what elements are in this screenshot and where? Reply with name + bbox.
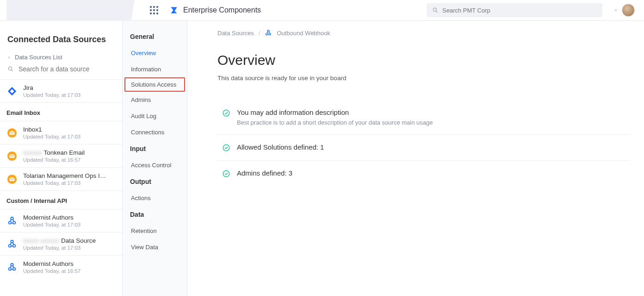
check-title: You may add information description xyxy=(237,108,433,116)
chevron-left-icon xyxy=(7,55,11,60)
avatar[interactable] xyxy=(622,4,635,17)
svg-point-2 xyxy=(8,67,12,70)
svg-point-11 xyxy=(13,221,16,224)
list-item[interactable]: Jira Updated Today, at 17:03 xyxy=(0,79,122,102)
nav-group-title: Data xyxy=(123,211,187,223)
check-circle-icon xyxy=(222,144,230,152)
list-item-name: Modernist Authors xyxy=(23,214,80,221)
nav-solutions-access[interactable]: Solutions Access xyxy=(124,77,185,92)
nav-group-title: Input xyxy=(123,145,187,157)
list-item[interactable]: Tolarian Management Ops I… Updated Today… xyxy=(0,167,122,190)
webhook-icon xyxy=(6,215,18,227)
nav-access-control[interactable]: Access Control xyxy=(123,157,187,173)
check-title: Admins defined: 3 xyxy=(237,169,292,177)
webhook-icon xyxy=(265,29,272,37)
top-bar: Enterprise Components xyxy=(0,0,644,21)
left-section-label: Custom / Internal API xyxy=(0,190,122,209)
list-item-sub: Updated Today, at 17:03 xyxy=(23,134,80,139)
check-sub: Best practice is to add a short descript… xyxy=(237,119,433,126)
email-icon xyxy=(6,127,18,139)
layout: Connected Data Sources Data Sources List… xyxy=(0,21,644,296)
list-item[interactable]: Modernist Authors Updated Today, at 17:0… xyxy=(0,209,122,232)
nav-retention[interactable]: Retention xyxy=(123,223,187,239)
global-search-input[interactable] xyxy=(442,7,597,14)
list-item-sub: Updated Today, at 16:57 xyxy=(23,157,85,163)
check-row: Admins defined: 3 xyxy=(217,161,630,186)
scrollbar[interactable] xyxy=(122,113,123,252)
svg-point-22 xyxy=(223,110,229,116)
email-icon xyxy=(6,174,18,185)
list-item-name: Modernist Authors xyxy=(23,260,80,267)
list-item[interactable]: Modernist Authors Updated Today, at 16:5… xyxy=(0,255,122,278)
check-circle-icon xyxy=(222,109,230,117)
breadcrumb-sep: / xyxy=(259,30,260,37)
nav-overview[interactable]: Overview xyxy=(123,45,187,61)
breadcrumb-root[interactable]: Data Sources xyxy=(217,30,254,37)
search-icon xyxy=(7,66,14,72)
list-item-name: Jira xyxy=(23,84,80,91)
svg-line-3 xyxy=(12,70,13,71)
page-subtitle: This data source is ready for use in you… xyxy=(217,75,630,82)
svg-point-20 xyxy=(269,33,271,35)
app-title: Enterprise Components xyxy=(183,6,261,14)
back-link[interactable]: Data Sources List xyxy=(0,54,122,65)
webhook-icon xyxy=(6,239,18,250)
check-row: You may add information description Best… xyxy=(217,100,630,135)
svg-point-23 xyxy=(223,145,229,151)
list-item-sub: Updated Today, at 17:03 xyxy=(23,92,80,98)
settings-nav: General Overview Information Solutions A… xyxy=(123,21,187,296)
back-link-label: Data Sources List xyxy=(15,54,62,61)
list-item-sub: Updated Today, at 17:03 xyxy=(23,222,80,227)
svg-line-1 xyxy=(436,11,438,13)
nav-connections[interactable]: Connections xyxy=(123,124,187,140)
top-right xyxy=(613,4,635,17)
list-item-sub: Updated Today, at 17:03 xyxy=(23,180,106,186)
list-item-sub: Updated Today, at 16:57 xyxy=(23,268,80,274)
left-search-input[interactable] xyxy=(19,65,115,73)
nav-information[interactable]: Information xyxy=(123,61,187,77)
svg-point-0 xyxy=(433,8,436,11)
check-circle-icon xyxy=(222,170,230,178)
nav-admins[interactable]: Admins xyxy=(123,92,187,108)
list-item-name: Tolarian Management Ops I… xyxy=(23,172,106,179)
list-item-name: Inbox1 xyxy=(23,126,80,133)
checks-list: You may add information description Best… xyxy=(217,100,630,186)
svg-point-19 xyxy=(266,33,268,35)
apps-grid-icon[interactable] xyxy=(150,6,158,14)
nav-view-data[interactable]: View Data xyxy=(123,239,187,255)
webhook-icon xyxy=(6,262,18,273)
nav-audit-log[interactable]: Audit Log xyxy=(123,108,187,124)
topbar-bg xyxy=(6,0,150,21)
breadcrumb-leaf: Outbound Webhook xyxy=(277,30,330,37)
nav-actions[interactable]: Actions xyxy=(123,190,187,206)
svg-point-24 xyxy=(223,170,229,177)
svg-point-10 xyxy=(9,221,12,224)
list-item-name: xxxxxx Tonkean Email xyxy=(23,149,85,156)
brand-logo-icon xyxy=(169,6,179,15)
main: Data Sources / Outbound Webhook Overview… xyxy=(187,21,644,296)
list-item[interactable]: xxxxxx Tonkean Email Updated Today, at 1… xyxy=(0,144,122,167)
jira-icon xyxy=(6,86,18,97)
check-row: Allowed Solutions defined: 1 xyxy=(217,135,630,161)
page-title: Overview xyxy=(217,52,630,68)
chevron-down-icon[interactable] xyxy=(613,8,618,13)
left-title: Connected Data Sources xyxy=(0,21,122,54)
search-icon xyxy=(432,7,439,13)
list-item[interactable]: xxxxx xxxxxx Data Source Updated Today, … xyxy=(0,232,122,255)
list-item-sub: Updated Today, at 17:03 xyxy=(23,245,96,251)
email-icon xyxy=(6,151,18,162)
list-item[interactable]: Inbox1 Updated Today, at 17:03 xyxy=(0,121,122,144)
nav-group-title: Output xyxy=(123,178,187,190)
left-section-label: Email Inbox xyxy=(0,102,122,121)
left-search[interactable] xyxy=(0,65,122,79)
left-panel: Connected Data Sources Data Sources List… xyxy=(0,21,123,296)
nav-group-title: General xyxy=(123,33,187,45)
list-item-name: xxxxx xxxxxx Data Source xyxy=(23,237,96,244)
check-title: Allowed Solutions defined: 1 xyxy=(237,143,324,151)
global-search[interactable] xyxy=(427,3,602,17)
breadcrumb: Data Sources / Outbound Webhook xyxy=(217,29,630,37)
